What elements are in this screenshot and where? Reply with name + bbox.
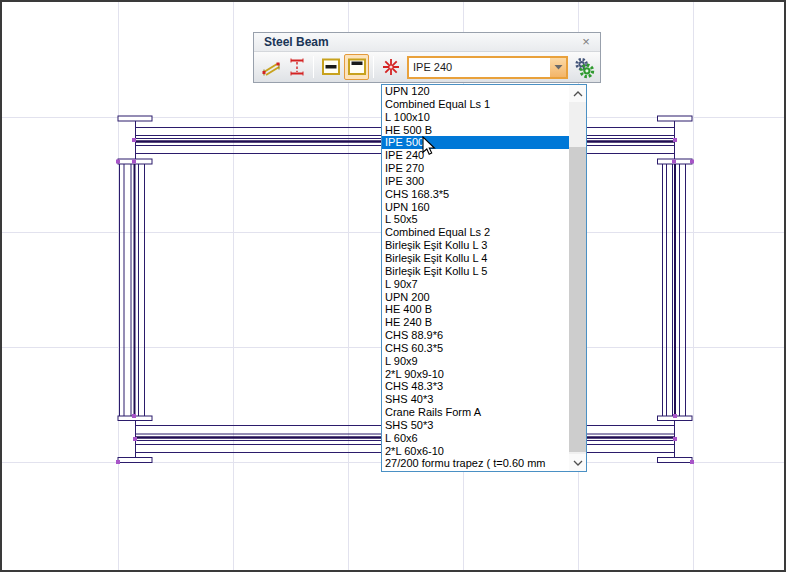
dialog-title: Steel Beam [264, 35, 329, 49]
list-item[interactable]: UPN 160 [382, 201, 569, 214]
position-top-icon [346, 56, 368, 78]
list-item[interactable]: Birleşik Eşit Kollu L 3 [382, 239, 569, 252]
list-item[interactable]: CHS 168.3*5 [382, 188, 569, 201]
cad-app-window: Steel Beam × [0, 0, 786, 572]
list-item[interactable]: L 60x6 [382, 432, 569, 445]
list-item[interactable]: L 100x10 [382, 111, 569, 124]
list-item[interactable]: 27/200 formu trapez ( t=0.60 mm [382, 457, 569, 470]
list-item[interactable]: HE 500 B [382, 124, 569, 137]
list-item[interactable]: CHS 88.9*6 [382, 329, 569, 342]
create-polybeam-button[interactable] [378, 54, 403, 80]
create-beam-icon [260, 56, 282, 78]
list-item[interactable]: SHS 50*3 [382, 419, 569, 432]
list-item[interactable]: UPN 200 [382, 291, 569, 304]
profile-combobox[interactable]: IPE 240 [407, 56, 568, 79]
mouse-cursor-icon [422, 136, 436, 156]
list-item[interactable]: L 90x7 [382, 278, 569, 291]
point-asterisk-icon [380, 56, 402, 78]
dropdown-scrollbar[interactable] [569, 85, 586, 471]
scroll-down-button[interactable] [569, 454, 586, 471]
close-icon[interactable]: × [578, 34, 594, 50]
list-item-selected[interactable]: IPE 500 [382, 136, 569, 149]
list-item[interactable]: HE 400 B [382, 303, 569, 316]
profile-dropdown-list: UPN 120Combined Equal Ls 1L 100x10HE 500… [381, 84, 587, 472]
list-item[interactable]: 2*L 60x6-10 [382, 445, 569, 458]
create-column-button[interactable] [284, 54, 309, 80]
chevron-up-icon [573, 91, 583, 97]
toolbar-separator [313, 56, 314, 78]
profile-combobox-value: IPE 240 [409, 58, 550, 77]
chevron-down-icon [554, 64, 563, 70]
chevron-down-icon [573, 460, 583, 466]
dialog-toolbar: IPE 240 [254, 51, 600, 82]
steel-beam-dialog: Steel Beam × [253, 32, 601, 83]
create-column-icon [286, 56, 308, 78]
combobox-dropdown-button[interactable] [550, 58, 566, 77]
list-item[interactable]: Birleşik Eşit Kollu L 4 [382, 252, 569, 265]
list-item[interactable]: Combined Equal Ls 1 [382, 98, 569, 111]
position-middle-icon [320, 56, 342, 78]
list-item[interactable]: CHS 48.3*3 [382, 380, 569, 393]
list-item[interactable]: L 50x5 [382, 213, 569, 226]
position-top-button[interactable] [344, 54, 369, 80]
list-item[interactable]: IPE 300 [382, 175, 569, 188]
list-item[interactable]: L 90x9 [382, 355, 569, 368]
toolbar-separator [373, 56, 374, 78]
create-beam-button[interactable] [258, 54, 283, 80]
list-item[interactable]: 2*L 90x9-10 [382, 368, 569, 381]
list-item[interactable]: UPN 120 [382, 85, 569, 98]
list-item[interactable]: HE 240 B [382, 316, 569, 329]
list-item[interactable]: CHS 60.3*5 [382, 342, 569, 355]
profile-list: UPN 120Combined Equal Ls 1L 100x10HE 500… [382, 85, 569, 471]
scrollbar-thumb[interactable] [569, 147, 586, 452]
list-item[interactable]: IPE 270 [382, 162, 569, 175]
list-item[interactable]: Crane Rails Form A [382, 406, 569, 419]
dialog-titlebar[interactable]: Steel Beam × [254, 33, 600, 51]
list-item[interactable]: Combined Equal Ls 2 [382, 226, 569, 239]
position-middle-button[interactable] [318, 54, 343, 80]
profile-catalog-button[interactable] [571, 54, 597, 80]
scroll-up-button[interactable] [569, 85, 586, 102]
profile-catalog-gears-icon [572, 55, 597, 80]
list-item[interactable]: IPE 240 [382, 149, 569, 162]
list-item[interactable]: SHS 40*3 [382, 393, 569, 406]
list-item[interactable]: Birleşik Eşit Kollu L 5 [382, 265, 569, 278]
